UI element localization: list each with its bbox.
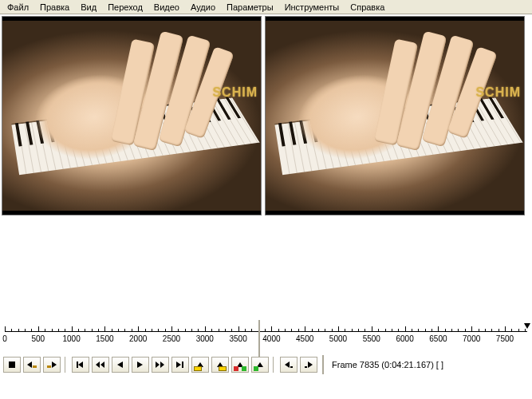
svg-marker-12 xyxy=(160,361,164,368)
svg-marker-8 xyxy=(100,361,104,368)
svg-rect-2 xyxy=(33,365,37,368)
tick-label: 7000 xyxy=(463,334,480,343)
menu-help[interactable]: Справка xyxy=(345,1,390,14)
toolbar-separator xyxy=(65,357,68,373)
frame-status-label: Frame 7835 (0:04:21.167) [ ] xyxy=(329,360,443,369)
playhead-icon[interactable] xyxy=(524,323,530,329)
tick-label: 2500 xyxy=(163,334,180,343)
tick-label: 5000 xyxy=(329,334,347,343)
tick-label: 0 xyxy=(2,334,7,343)
svg-rect-14 xyxy=(182,361,183,368)
tick-label: 4500 xyxy=(296,334,313,343)
timeline-ruler[interactable]: 0500100015002000250030003500400045005000… xyxy=(5,325,527,354)
key-prev-button[interactable] xyxy=(112,357,129,373)
video-pane-source[interactable]: SCHIM xyxy=(2,16,262,215)
video-pane-output[interactable]: SCHIM xyxy=(265,16,525,215)
go-selection-start-button[interactable] xyxy=(23,357,41,373)
svg-marker-6 xyxy=(78,361,83,368)
tick-label: 6500 xyxy=(429,334,447,343)
mark-in-button[interactable] xyxy=(191,357,209,373)
menu-video[interactable]: Видео xyxy=(148,1,185,14)
step-back-button[interactable] xyxy=(92,357,109,373)
tick-label: 1500 xyxy=(96,334,113,343)
video-panes: SCHIM SCHIM xyxy=(0,14,532,217)
mark-range-end-button[interactable] xyxy=(251,357,269,373)
menu-go[interactable]: Переход xyxy=(102,1,148,14)
svg-rect-5 xyxy=(77,361,78,368)
svg-marker-1 xyxy=(27,361,32,368)
piano-brand-label: SCHIM xyxy=(475,85,521,100)
tick-label: 6000 xyxy=(396,334,413,343)
menu-view[interactable]: Вид xyxy=(75,1,102,14)
scene-next-button[interactable] xyxy=(300,357,317,373)
audio-track-area xyxy=(0,217,532,325)
svg-marker-11 xyxy=(156,361,160,368)
step-forward-button[interactable] xyxy=(152,357,169,373)
svg-marker-19 xyxy=(285,361,290,368)
menu-audio[interactable]: Аудио xyxy=(185,1,221,14)
menu-bar: Файл Правка Вид Переход Видео Аудио Пара… xyxy=(0,0,532,14)
tick-label: 7500 xyxy=(496,334,514,343)
svg-marker-22 xyxy=(308,361,313,368)
menu-file[interactable]: Файл xyxy=(2,1,34,14)
key-next-button[interactable] xyxy=(132,357,149,373)
piano-brand-label: SCHIM xyxy=(212,85,258,100)
menu-edit[interactable]: Правка xyxy=(34,1,75,14)
svg-marker-9 xyxy=(117,361,123,368)
mark-range-start-button[interactable] xyxy=(231,357,249,373)
svg-rect-20 xyxy=(290,366,293,368)
go-first-frame-button[interactable] xyxy=(72,357,89,373)
tick-label: 4000 xyxy=(262,334,280,343)
video-frame-output: SCHIM xyxy=(266,21,524,211)
svg-rect-3 xyxy=(47,365,51,368)
tick-label: 5500 xyxy=(363,334,380,343)
tick-label: 2000 xyxy=(129,334,147,343)
scene-prev-button[interactable] xyxy=(280,357,298,373)
toolbar-divider xyxy=(322,355,324,374)
svg-marker-13 xyxy=(176,361,181,368)
go-selection-end-button[interactable] xyxy=(43,357,61,373)
svg-rect-0 xyxy=(9,361,15,368)
video-frame-source: SCHIM xyxy=(2,21,261,211)
menu-options[interactable]: Параметры xyxy=(221,1,279,14)
go-last-frame-button[interactable] xyxy=(171,357,189,373)
menu-tools[interactable]: Инструменты xyxy=(279,1,345,14)
stop-button[interactable] xyxy=(3,357,21,373)
tick-label: 500 xyxy=(31,334,45,343)
mark-out-button[interactable] xyxy=(211,357,229,373)
transport-toolbar: Frame 7835 (0:04:21.167) [ ] xyxy=(0,354,532,374)
tick-label: 3000 xyxy=(196,334,214,343)
svg-rect-21 xyxy=(305,366,307,368)
svg-marker-4 xyxy=(52,361,57,368)
tick-label: 3500 xyxy=(229,334,246,343)
tick-label: 1000 xyxy=(62,334,80,343)
toolbar-separator xyxy=(273,357,276,373)
svg-marker-7 xyxy=(96,361,100,368)
svg-marker-10 xyxy=(137,361,143,368)
